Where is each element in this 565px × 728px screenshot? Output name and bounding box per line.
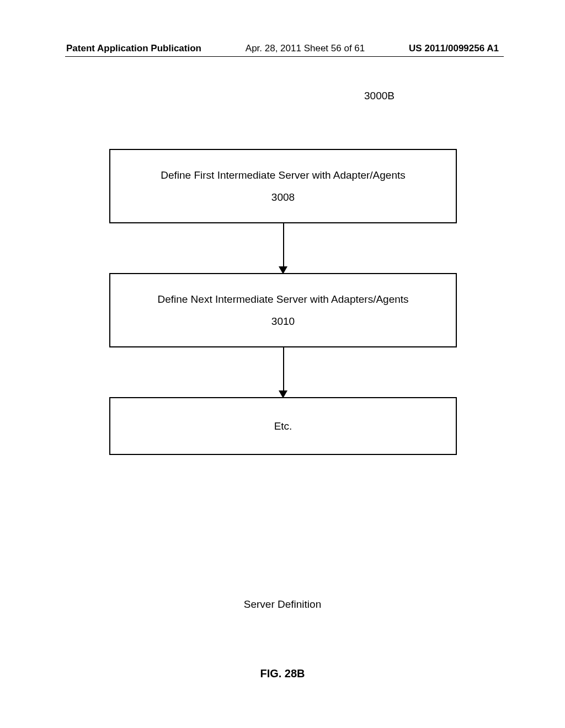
flowchart-box-1: Define First Intermediate Server with Ad… bbox=[109, 149, 457, 223]
flowchart-diagram: Define First Intermediate Server with Ad… bbox=[109, 149, 457, 455]
flowchart-box-2-number: 3010 bbox=[271, 315, 295, 328]
figure-number-label: FIG. 28B bbox=[0, 667, 565, 680]
flowchart-box-2: Define Next Intermediate Server with Ada… bbox=[109, 273, 457, 347]
flowchart-box-3: Etc. bbox=[109, 397, 457, 455]
figure-reference-label: 3000B bbox=[364, 90, 395, 102]
header-publication-type: Patent Application Publication bbox=[66, 43, 201, 54]
arrow-down-icon bbox=[279, 266, 287, 274]
header-patent-number: US 2011/0099256 A1 bbox=[409, 43, 499, 54]
flowchart-box-1-title: Define First Intermediate Server with Ad… bbox=[161, 169, 406, 181]
flowchart-box-2-title: Define Next Intermediate Server with Ada… bbox=[157, 293, 408, 306]
flowchart-connector-1 bbox=[109, 223, 457, 273]
flowchart-box-3-title: Etc. bbox=[274, 420, 292, 432]
figure-caption: Server Definition bbox=[0, 598, 565, 611]
header-date-sheet: Apr. 28, 2011 Sheet 56 of 61 bbox=[246, 43, 365, 54]
arrow-down-icon bbox=[279, 390, 287, 398]
flowchart-box-1-number: 3008 bbox=[271, 191, 295, 204]
page-header: Patent Application Publication Apr. 28, … bbox=[0, 43, 565, 54]
header-divider bbox=[65, 56, 504, 57]
flowchart-connector-2 bbox=[109, 347, 457, 397]
